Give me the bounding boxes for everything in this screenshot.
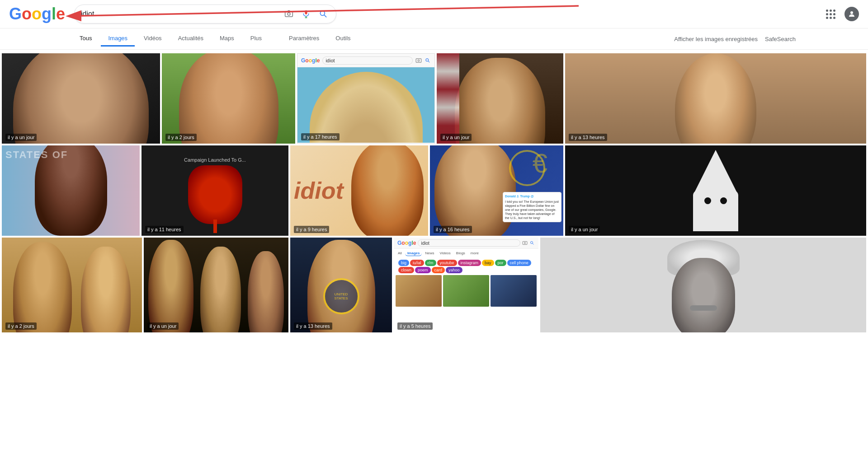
image-timestamp: il y a 2 jours	[5, 322, 37, 330]
mini-search-icon-2	[529, 240, 535, 246]
bottom-nav-pills: All Images News Videos Blogs more	[396, 251, 537, 256]
search-bar	[74, 5, 336, 23]
image-row-2: STATES OF Campaign Launched To G... il y…	[2, 145, 866, 236]
svg-line-14	[428, 61, 429, 62]
tweet-author: Donald J. Trump @	[505, 194, 559, 198]
image-row-1: il y a un jour il y a 2 jours Google idi…	[2, 53, 866, 144]
image-item[interactable]: Google idiot il y	[297, 53, 435, 144]
mini-camera-icon	[415, 57, 422, 64]
mini-tag: clown	[398, 267, 414, 273]
search-button[interactable]	[317, 8, 330, 20]
image-timestamp: il y a 17 heures	[301, 133, 340, 140]
header: Google	[0, 0, 868, 28]
nav-right-links: Afficher les images enregistrées SafeSea…	[674, 36, 796, 42]
image-timestamp: il y a 13 heures	[294, 322, 332, 330]
mini-tag: yahoo	[446, 267, 462, 273]
tab-images[interactable]: Images	[101, 31, 135, 47]
bottom-thumbnail-row	[396, 275, 537, 307]
mini-tag: instagram	[458, 260, 481, 266]
mini-tag: iu/ial	[410, 260, 424, 266]
bottom-thumb	[396, 275, 442, 307]
svg-point-3	[288, 13, 290, 15]
svg-line-9	[324, 15, 326, 17]
svg-point-10	[850, 11, 853, 14]
svg-rect-5	[305, 10, 307, 14]
saved-images-link[interactable]: Afficher les images enregistrées	[674, 36, 758, 42]
image-timestamp: il y a 5 heures	[397, 322, 433, 330]
mini-tags: big iu/ial r/m youtube instagram bay por…	[396, 258, 537, 275]
image-grid: il y a un jour il y a 2 jours Google idi…	[0, 51, 868, 334]
mini-tag: youtube	[437, 260, 457, 266]
nav-tabs: Tous Images Vidéos Actualités Maps Plus …	[0, 28, 868, 50]
svg-point-17	[531, 242, 533, 244]
svg-line-18	[533, 243, 534, 245]
bottom-thumb	[491, 275, 537, 307]
mini-tag: r/m	[425, 260, 436, 266]
image-timestamp: il y a 2 jours	[165, 134, 197, 141]
image-timestamp: il y a un jour	[147, 322, 179, 330]
apps-button[interactable]	[824, 8, 837, 21]
search-input[interactable]	[81, 10, 283, 18]
mini-tag: cell phone	[507, 260, 531, 266]
bottom-screenshot-content: All Images News Videos Blogs more big iu…	[394, 249, 538, 308]
tab-maps[interactable]: Maps	[212, 31, 241, 47]
search-icon	[319, 9, 328, 19]
svg-rect-2	[285, 11, 293, 17]
pill-news: News	[423, 251, 436, 256]
image-timestamp: il y a 11 heures	[145, 226, 184, 233]
user-icon	[848, 10, 856, 18]
mini-search-icon	[425, 57, 431, 64]
image-item[interactable]: Campaign Launched To G... il y a 11 heur…	[142, 145, 288, 236]
image-item[interactable]: idiot il y a 9 heures	[290, 145, 428, 236]
svg-rect-11	[416, 58, 421, 62]
svg-point-16	[524, 243, 526, 244]
image-item[interactable]: il y a 2 jours	[2, 238, 142, 332]
image-item[interactable]: il y a un jour	[2, 53, 160, 144]
pill-more: more	[468, 251, 481, 256]
screenshot-header: Google idiot	[297, 54, 434, 67]
mini-tag: card	[432, 267, 445, 273]
svg-point-13	[426, 58, 429, 61]
mini-google-logo-2: Google	[397, 240, 416, 246]
image-item[interactable]: il y a un jour	[437, 53, 563, 144]
mini-camera-icon-2	[522, 240, 528, 246]
image-item[interactable]: Google idiot All Images News Vi	[394, 238, 538, 332]
screenshot-content	[297, 67, 434, 143]
image-item[interactable]: STATES OF	[2, 145, 140, 236]
image-timestamp: il y a un jour	[5, 134, 37, 141]
svg-rect-15	[523, 242, 527, 245]
image-timestamp: il y a 16 heures	[434, 226, 472, 233]
image-item[interactable]: il y a un jour	[144, 238, 288, 332]
image-row-3: il y a 2 jours il y a un jour UNITEDSTAT…	[2, 238, 866, 332]
bottom-screenshot-header: Google idiot	[394, 238, 538, 249]
grid-icon	[826, 9, 835, 19]
safe-search-link[interactable]: SafeSearch	[765, 36, 796, 42]
image-item[interactable]: il y a 13 heures	[565, 53, 866, 144]
pill-all: All	[396, 251, 404, 256]
tab-tous[interactable]: Tous	[72, 31, 99, 47]
tab-plus[interactable]: Plus	[243, 31, 269, 47]
pill-blogs: Blogs	[454, 251, 467, 256]
google-logo: Google	[9, 5, 65, 23]
tab-parametres[interactable]: Paramètres	[282, 31, 326, 47]
image-timestamp: il y a un jour	[569, 226, 600, 233]
image-item[interactable]: il y a un jour	[565, 145, 866, 236]
image-item[interactable]: UNITEDSTATES il y a 13 heures	[290, 238, 392, 332]
tab-actualites[interactable]: Actualités	[171, 31, 211, 47]
tab-videos[interactable]: Vidéos	[137, 31, 169, 47]
microphone-icon	[302, 9, 311, 19]
mini-tag: bay	[482, 260, 494, 266]
image-item[interactable]: il y a 2 jours	[162, 53, 295, 144]
voice-search-button[interactable]	[300, 8, 312, 20]
image-item[interactable]: € Donald J. Trump @ I told you so! The E…	[430, 145, 563, 236]
tab-outils[interactable]: Outils	[328, 31, 358, 47]
avatar[interactable]	[844, 7, 859, 21]
image-item[interactable]	[540, 238, 866, 332]
image-search-button[interactable]	[283, 8, 295, 20]
mini-tag: por	[495, 260, 506, 266]
pill-videos: Videos	[437, 251, 453, 256]
image-timestamp: il y a 13 heures	[569, 134, 607, 141]
tweet-text: I told you so! The European Union just s…	[505, 200, 559, 220]
mini-google-logo: Google	[301, 57, 320, 64]
tweet-overlay: Donald J. Trump @ I told you so! The Eur…	[503, 192, 561, 222]
